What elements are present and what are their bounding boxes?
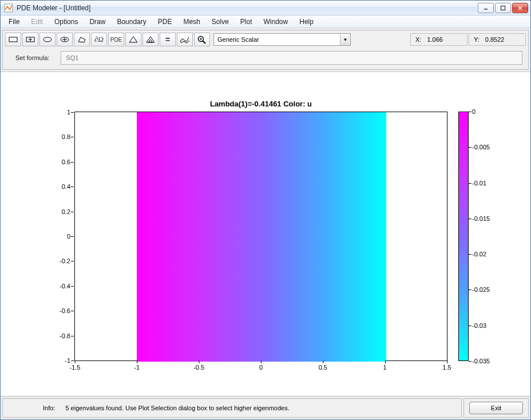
minimize-button[interactable] (478, 3, 494, 13)
info-panel: Info: 5 eigenvalues found. Use Plot Sele… (2, 398, 462, 418)
coord-x-value: 1.066 (427, 36, 443, 43)
menu-solve[interactable]: Solve (206, 15, 235, 27)
ytick: -1 (65, 357, 70, 364)
exit-button[interactable]: Exit (469, 402, 523, 414)
menubar: File Edit Options Draw Boundary PDE Mesh… (1, 15, 530, 28)
chevron-down-icon: ▼ (340, 34, 350, 45)
colorbar-tick: -0.01 (472, 180, 486, 187)
menu-draw[interactable]: Draw (84, 15, 111, 27)
colorbar-tick: 0 (472, 108, 475, 115)
pde-icon[interactable]: PDE (108, 33, 124, 46)
ellipse-center-icon[interactable] (57, 33, 73, 46)
menu-boundary[interactable]: Boundary (111, 15, 152, 27)
info-text: 5 eigenvalues found. Use Plot Selection … (65, 405, 289, 411)
menu-window[interactable]: Window (258, 15, 294, 27)
toolbar-container: ∂Ω PDE = Generic Scalar ▼ X: 1.066 (1, 28, 530, 72)
coord-y-value: 0.8522 (485, 36, 505, 43)
svg-marker-11 (78, 37, 85, 42)
xtick: -0.5 (193, 364, 204, 371)
rect-icon[interactable] (5, 33, 21, 46)
xtick: 0.5 (319, 364, 327, 371)
plot-region: Lambda(1)=-0.41461 Color: u -1.5 -1 -0.5… (1, 72, 530, 396)
maximize-button[interactable] (495, 3, 511, 13)
colorbar-tick: -0.015 (472, 215, 490, 222)
info-label: Info: (43, 405, 55, 411)
coord-x-label: X: (415, 36, 421, 43)
colorbar-tick: -0.005 (472, 144, 490, 150)
ytick: -0.4 (60, 283, 70, 290)
mesh-icon[interactable] (125, 33, 141, 46)
plot3d-icon[interactable] (177, 33, 193, 46)
close-button[interactable] (512, 3, 528, 13)
zoom-icon[interactable] (194, 33, 210, 46)
svg-point-7 (43, 37, 51, 42)
ytick: 0.4 (62, 183, 70, 190)
menu-options[interactable]: Options (49, 15, 84, 27)
refine-mesh-icon[interactable] (142, 33, 158, 46)
formula-row: Set formula: SQ1 (4, 47, 527, 68)
coord-readout: X: 1.066 Y: 0.8522 (410, 33, 526, 46)
formula-label: Set formula: (9, 54, 49, 61)
application-select-value: Generic Scalar (214, 36, 340, 43)
svg-marker-12 (129, 37, 137, 42)
solve-icon[interactable]: = (160, 33, 176, 46)
xtick: -1.5 (70, 364, 81, 371)
ytick: 0 (67, 233, 70, 240)
ytick: -0.6 (60, 307, 70, 314)
menu-plot[interactable]: Plot (235, 15, 258, 27)
rect-center-icon[interactable] (22, 33, 38, 46)
menu-edit[interactable]: Edit (25, 15, 49, 27)
titlebar: PDE Modeler - [Untitled] (1, 1, 530, 15)
svg-rect-2 (501, 6, 505, 10)
formula-input[interactable]: SQ1 (61, 51, 522, 65)
colorbar (458, 112, 469, 361)
exit-panel: Exit (463, 398, 529, 418)
solution-surface (137, 112, 386, 362)
polygon-icon[interactable] (74, 33, 90, 46)
app-icon (4, 3, 13, 13)
ytick: -0.2 (60, 257, 70, 264)
xtick: 1.5 (442, 364, 451, 371)
ytick: 0.2 (62, 208, 70, 215)
app-window: PDE Modeler - [Untitled] File Edit Optio… (0, 0, 531, 420)
colorbar-tick: -0.03 (472, 322, 486, 329)
ytick: -0.8 (60, 332, 70, 339)
ellipse-icon[interactable] (39, 33, 56, 46)
coord-x: X: 1.066 (410, 33, 467, 46)
xtick: 1 (383, 364, 387, 371)
menu-pde[interactable]: PDE (152, 15, 178, 27)
application-select[interactable]: Generic Scalar ▼ (213, 33, 351, 46)
coord-y: Y: 0.8522 (469, 33, 526, 46)
colorbar-tick: -0.025 (472, 286, 490, 293)
coord-y-label: Y: (474, 36, 480, 43)
xtick: -1 (134, 364, 140, 371)
menu-help[interactable]: Help (294, 15, 319, 27)
ytick: 1 (67, 109, 70, 116)
plot-axes[interactable]: -1.5 -1 -0.5 0 0.5 1 1.5 -1 -0.8 -0.6 -0… (74, 112, 447, 361)
colorbar-tick: -0.035 (472, 358, 490, 364)
svg-marker-14 (149, 39, 153, 42)
status-bar: Info: 5 eigenvalues found. Use Plot Sele… (1, 396, 530, 419)
svg-line-16 (203, 41, 206, 44)
toolbar: ∂Ω PDE = Generic Scalar ▼ X: 1.066 (4, 31, 527, 47)
window-controls (478, 3, 528, 13)
ytick: 0.6 (62, 159, 70, 165)
menu-mesh[interactable]: Mesh (177, 15, 205, 27)
boundary-icon[interactable]: ∂Ω (91, 33, 107, 46)
window-title: PDE Modeler - [Untitled] (17, 4, 478, 12)
svg-rect-3 (9, 37, 17, 42)
colorbar-tick: -0.02 (472, 251, 486, 257)
ytick: 0.8 (62, 133, 70, 140)
plot-title: Lambda(1)=-0.41461 Color: u (74, 100, 447, 108)
menu-file[interactable]: File (3, 15, 25, 27)
xtick: 0 (259, 364, 263, 371)
